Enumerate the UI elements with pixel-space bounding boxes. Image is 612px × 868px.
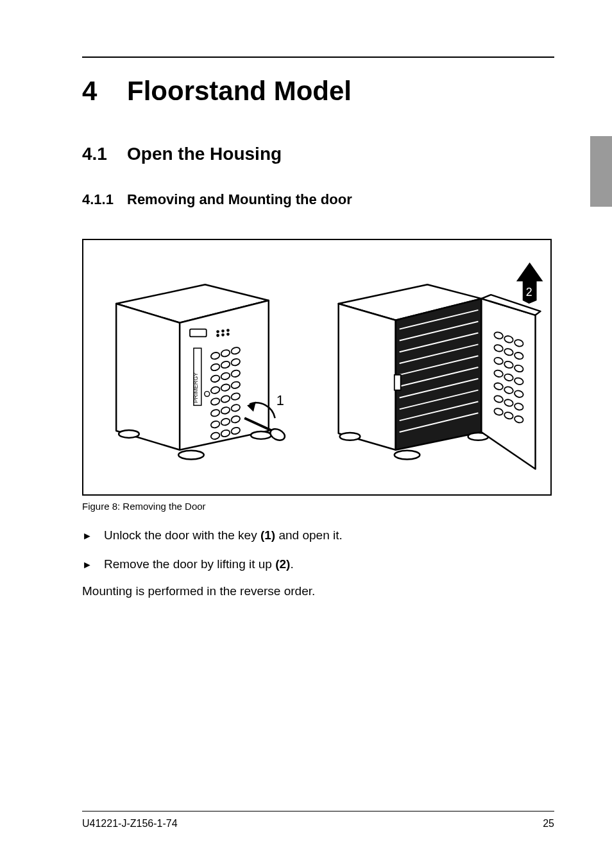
page-footer: U41221-J-Z156-1-74 25 (82, 818, 554, 829)
svg-rect-57 (395, 375, 401, 390)
top-rule (82, 56, 554, 58)
footer-rule (82, 811, 554, 812)
svg-point-45 (395, 451, 420, 460)
step-marker-icon: ► (82, 527, 104, 543)
section-heading: 4.1 Open the Housing (82, 144, 554, 164)
steps-list: ► Unlock the door with the key (1) and o… (82, 527, 554, 573)
doc-id: U41221-J-Z156-1-74 (82, 818, 178, 829)
subsection-heading: 4.1.1 Removing and Mounting the door (82, 191, 554, 208)
step-item: ► Remove the door by lifting it up (2). (82, 556, 554, 573)
svg-point-5 (251, 431, 271, 439)
figure-callout-2: 2 (526, 286, 532, 299)
figure-illustration: PRIMERGY (82, 239, 552, 496)
svg-point-8 (222, 330, 224, 332)
subsection-number: 4.1.1 (82, 191, 127, 208)
page-number: 25 (543, 818, 554, 829)
step-text-bold: (2) (275, 557, 290, 571)
chapter-title: Floorstand Model (127, 76, 352, 107)
page: 4 Floorstand Model 4.1 Open the Housing … (0, 0, 612, 868)
figure-caption: Figure 8: Removing the Door (82, 501, 554, 512)
step-item: ► Unlock the door with the key (1) and o… (82, 527, 554, 544)
chapter-number: 4 (82, 76, 127, 107)
svg-marker-82 (516, 263, 543, 282)
svg-point-3 (119, 430, 139, 438)
step-text-pre: Remove the door by lifting it up (104, 557, 275, 571)
svg-point-12 (227, 333, 229, 335)
step-text-bold: (1) (260, 528, 275, 542)
device-label: PRIMERGY (192, 372, 199, 403)
chapter-thumb-tab (590, 136, 612, 207)
svg-point-11 (222, 334, 224, 336)
step-text: Unlock the door with the key (1) and ope… (104, 527, 554, 544)
step-text-pre: Unlock the door with the key (104, 528, 260, 542)
svg-point-7 (217, 331, 219, 333)
step-text-post: . (290, 557, 293, 571)
svg-marker-1 (116, 304, 180, 450)
svg-point-4 (178, 451, 204, 460)
section-number: 4.1 (82, 144, 127, 164)
svg-point-44 (340, 433, 361, 440)
svg-point-9 (227, 329, 229, 331)
step-text-post: and open it. (275, 528, 343, 542)
chapter-heading: 4 Floorstand Model (82, 76, 554, 107)
figure-callout-1: 1 (276, 392, 284, 408)
svg-marker-42 (339, 304, 396, 450)
body-paragraph: Mounting is performed in the reverse ord… (82, 584, 554, 598)
step-text: Remove the door by lifting it up (2). (104, 556, 554, 573)
subsection-title: Removing and Mounting the door (127, 191, 352, 208)
svg-marker-43 (396, 299, 482, 450)
section-title: Open the Housing (127, 144, 282, 164)
step-marker-icon: ► (82, 556, 104, 572)
svg-point-10 (217, 334, 219, 336)
svg-marker-58 (481, 299, 535, 469)
